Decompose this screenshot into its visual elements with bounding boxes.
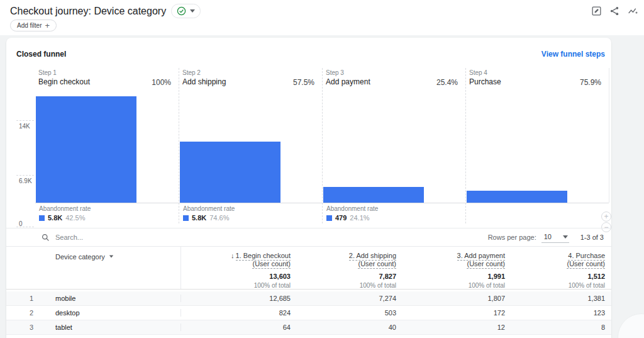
metric-header-label: 4. Purchase [568, 252, 605, 261]
check-circle-icon [177, 6, 186, 16]
table-controls-row: Rows per page: 10 1-3 of 3 [6, 228, 611, 247]
total-add-shipping: 7,827 100% of total [297, 268, 402, 289]
total-begin-checkout: 13,603 100% of total [180, 268, 297, 289]
abandonment-block-2: Abandonment rate 5.8K 74.6% [179, 205, 235, 222]
table-row[interactable]: 1 mobile 12,685 7,274 1,807 1,381 [6, 291, 611, 306]
step-number: Step 2 [182, 69, 314, 76]
y-tick-14k [16, 120, 34, 121]
add-filter-label: Add filter [17, 22, 42, 29]
row-index: 1 [19, 295, 44, 302]
abandonment-block-3: Abandonment rate 479 24.1% [323, 205, 378, 222]
step-header-3: Step 3 Add payment 25.4% [323, 68, 465, 89]
table-row[interactable]: 3 tablet 64 40 12 8 [6, 320, 611, 335]
funnel-bar-begin-checkout[interactable] [36, 96, 136, 203]
metric-header-label: 2. Add shipping [349, 252, 396, 261]
y-axis-label-0: 0 [19, 220, 23, 227]
legend-square-icon [39, 215, 45, 221]
chevron-down-icon [563, 235, 568, 239]
chevron-down-icon [190, 9, 195, 13]
insights-icon[interactable] [626, 4, 639, 17]
zoom-in-button[interactable]: + [601, 211, 611, 222]
column-header-begin-checkout[interactable]: ↓1. Begin checkout (User count) [180, 247, 297, 268]
funnel-step-column-3: Step 3 Add payment 25.4% Abandonment rat… [322, 68, 465, 223]
funnel-chart: 14K 6.9K 0 Step 1 Begin checkout 100% Ab… [6, 66, 611, 223]
total-value: 7,827 [297, 273, 396, 280]
step-rate: 75.9% [580, 78, 601, 87]
column-header-add-payment[interactable]: 3. Add payment (User count) [402, 247, 511, 268]
step-number: Step 1 [38, 69, 171, 76]
totals-row: 13,603 100% of total 7,827 100% of total… [6, 268, 611, 289]
total-subtext: 100% of total [402, 282, 505, 289]
rows-per-page-label: Rows per page: [488, 234, 536, 241]
funnel-bar-add-shipping[interactable] [180, 142, 280, 203]
cell-value: 503 [297, 309, 402, 317]
cell-value: 1,807 [402, 295, 511, 302]
row-index: 3 [19, 324, 44, 331]
funnel-step-column-1: Step 1 Begin checkout 100% Abandonment r… [35, 68, 179, 223]
chevron-down-icon [109, 256, 113, 258]
page-title: Checkout journey: Device category [10, 6, 166, 17]
plot-right-border [609, 68, 609, 203]
step-number: Step 3 [326, 69, 458, 76]
cell-value: 12 [402, 324, 511, 331]
cell-value: 123 [511, 309, 611, 317]
total-purchase: 1,512 100% of total [511, 268, 611, 289]
abandonment-count: 5.8K [192, 214, 206, 222]
cell-value: 172 [402, 309, 511, 317]
edit-chart-icon[interactable] [590, 4, 602, 17]
funnel-type-label: Closed funnel [16, 50, 66, 59]
abandonment-rate: 24.1% [350, 214, 369, 222]
add-filter-button[interactable]: Add filter + [10, 20, 57, 31]
abandonment-label: Abandonment rate [183, 205, 235, 212]
total-add-payment: 1,991 100% of total [402, 268, 511, 289]
top-bar: Checkout journey: Device category Add fi… [0, 0, 644, 35]
funnel-bar-add-payment[interactable] [323, 187, 424, 203]
abandonment-label: Abandonment rate [326, 205, 378, 212]
funnel-step-column-4: Step 4 Purchase 75.9% [465, 68, 609, 223]
total-value: 1,991 [402, 273, 505, 280]
column-header-device-category[interactable]: Device category [44, 247, 180, 268]
cell-value: 40 [297, 324, 402, 331]
step-header-2: Step 2 Add shipping 57.5% [179, 68, 322, 89]
step-rate: 57.5% [293, 78, 314, 87]
plus-icon: + [45, 23, 50, 29]
table-row[interactable]: 2 desktop 824 503 172 123 [6, 306, 611, 320]
column-header-add-shipping[interactable]: 2. Add shipping (User count) [297, 247, 402, 268]
funnel-bar-purchase[interactable] [467, 191, 567, 203]
step-rate: 100% [152, 78, 171, 87]
rows-per-page-value: 10 [544, 233, 552, 240]
y-tick-6-9k [16, 175, 34, 176]
total-value: 1,512 [511, 273, 605, 280]
step-header-1: Step 1 Begin checkout 100% [35, 68, 179, 89]
view-funnel-steps-link[interactable]: View funnel steps [541, 50, 605, 59]
legend-square-icon [326, 215, 332, 221]
cell-value: 64 [180, 324, 297, 331]
metric-header-sub: (User count) [467, 260, 505, 269]
y-axis-label-14k: 14K [19, 123, 30, 130]
sort-descending-icon: ↓ [231, 252, 235, 259]
step-rate: 25.4% [436, 78, 458, 87]
metric-header-label: 1. Begin checkout [236, 252, 291, 261]
pagination-label: 1-3 of 3 [580, 234, 604, 241]
share-icon[interactable] [608, 4, 621, 17]
total-value: 13,603 [181, 273, 291, 280]
row-dimension: tablet [44, 324, 180, 331]
abandonment-block-1: Abandonment rate 5.8K 42.5% [35, 205, 91, 222]
metric-header-sub: (User count) [252, 260, 291, 269]
search-input[interactable] [55, 234, 244, 241]
total-subtext: 100% of total [297, 282, 396, 289]
report-status-dropdown[interactable] [171, 4, 201, 18]
column-header-purchase[interactable]: 4. Purchase (User count) [511, 247, 611, 268]
y-axis-label-6-9k: 6.9K [19, 177, 32, 184]
metric-header-sub: (User count) [358, 260, 396, 269]
cell-value: 8 [511, 324, 611, 331]
metric-header-label: 3. Add payment [457, 252, 505, 261]
abandonment-count: 5.8K [48, 214, 62, 222]
rows-per-page-select[interactable]: 10 [541, 232, 569, 243]
abandonment-label: Abandonment rate [39, 205, 91, 212]
card-header: Closed funnel View funnel steps [6, 38, 611, 66]
funnel-report-card: Closed funnel View funnel steps 14K 6.9K… [6, 38, 611, 338]
cell-value: 1,381 [511, 295, 611, 302]
dimension-header-label: Device category [55, 253, 105, 261]
step-header-4: Step 4 Purchase 75.9% [466, 68, 609, 89]
